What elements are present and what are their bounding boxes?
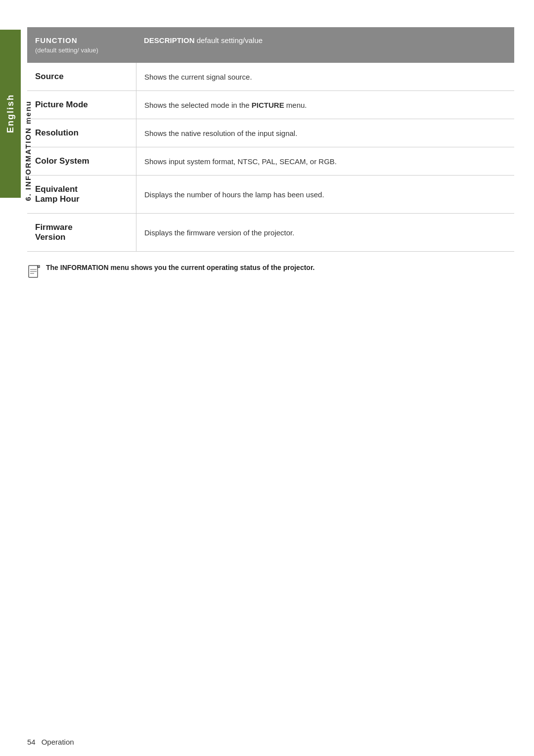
function-label-resolution: Resolution (35, 128, 79, 138)
function-cell-picture-mode: Picture Mode (27, 91, 136, 119)
table-row: Picture Mode Shows the selected mode in … (27, 91, 514, 119)
description-text-picture-mode: Shows the selected mode in the PICTURE m… (144, 101, 307, 109)
note-section: The INFORMATION menu shows you the curre… (27, 264, 514, 278)
function-label-lamp-hour: EquivalentLamp Hour (35, 184, 80, 204)
description-cell-resolution: Shows the native resolution of the input… (136, 119, 514, 147)
table-row: EquivalentLamp Hour Displays the number … (27, 176, 514, 214)
description-cell-firmware: Displays the firmware version of the pro… (136, 214, 514, 251)
description-text-firmware: Displays the firmware version of the pro… (144, 228, 294, 237)
function-cell-lamp-hour: EquivalentLamp Hour (27, 176, 136, 213)
description-cell-picture-mode: Shows the selected mode in the PICTURE m… (136, 91, 514, 119)
header-description-cell: DESCRIPTION default setting/value (136, 32, 514, 58)
description-cell-lamp-hour: Displays the number of hours the lamp ha… (136, 176, 514, 213)
description-cell-color-system: Shows input system format, NTSC, PAL, SE… (136, 147, 514, 175)
description-text-source: Shows the current signal source. (144, 73, 252, 81)
function-label-color-system: Color System (35, 156, 89, 166)
footer: 54 Operation (27, 738, 514, 746)
table-header-row: FUNCTION (default setting/ value) DESCRI… (27, 27, 514, 63)
table-row: Source Shows the current signal source. (27, 63, 514, 91)
header-description-sub: default setting/value (197, 36, 263, 44)
header-function-sub: (default setting/ value) (35, 46, 128, 54)
description-text-lamp-hour: Displays the number of hours the lamp ha… (144, 190, 324, 199)
header-function-cell: FUNCTION (default setting/ value) (27, 32, 136, 58)
header-function-title: FUNCTION (35, 36, 128, 44)
description-text-color-system: Shows input system format, NTSC, PAL, SE… (144, 157, 337, 166)
header-description-bold: DESCRIPTION (144, 36, 195, 44)
description-cell-source: Shows the current signal source. (136, 63, 514, 90)
side-language-tab: English (0, 30, 21, 198)
side-tab-label: English (5, 94, 16, 133)
note-text: The INFORMATION menu shows you the curre… (46, 264, 314, 271)
footer-section-label: Operation (42, 738, 74, 746)
table-body: Source Shows the current signal source. … (27, 63, 514, 252)
main-content: FUNCTION (default setting/ value) DESCRI… (27, 27, 514, 726)
function-cell-source: Source (27, 63, 136, 90)
footer-page-number: 54 (27, 738, 36, 746)
note-icon (27, 265, 41, 278)
description-text-resolution: Shows the native resolution of the input… (144, 129, 297, 137)
table-row: FirmwareVersion Displays the firmware ve… (27, 214, 514, 251)
table-row: Resolution Shows the native resolution o… (27, 119, 514, 147)
function-label-firmware: FirmwareVersion (35, 222, 73, 242)
function-label-picture-mode: Picture Mode (35, 100, 88, 110)
function-cell-firmware: FirmwareVersion (27, 214, 136, 251)
function-label-source: Source (35, 72, 64, 82)
table-row: Color System Shows input system format, … (27, 147, 514, 176)
function-cell-resolution: Resolution (27, 119, 136, 147)
function-cell-color-system: Color System (27, 147, 136, 175)
